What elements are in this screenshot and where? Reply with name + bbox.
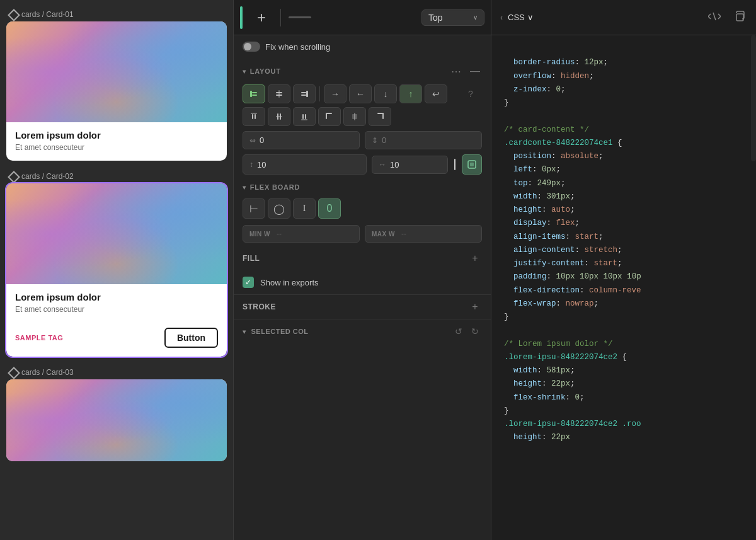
css-collapse-chevron[interactable]: ‹: [500, 13, 503, 22]
arrow-up-btn[interactable]: ↑: [399, 84, 422, 103]
top-toolbar: + Top ∨: [234, 0, 491, 35]
fix-scroll-toggle[interactable]: [243, 42, 260, 52]
help-btn[interactable]: ?: [459, 84, 482, 103]
card2-image: [6, 183, 227, 284]
svg-rect-0: [250, 91, 252, 97]
arrow-down-btn[interactable]: ↓: [374, 84, 397, 103]
css-code-view-btn[interactable]: [706, 9, 723, 26]
flex-stretch-btn[interactable]: ⊢: [243, 198, 265, 219]
max-w-field[interactable]: MAX W --: [365, 225, 482, 243]
active-indicator: [240, 6, 243, 29]
padding-v-field[interactable]: ↔ 10: [372, 156, 448, 174]
card3-preview[interactable]: [6, 379, 227, 461]
padding-h-field[interactable]: ↕ 10: [243, 154, 367, 175]
padding-v-input[interactable]: 10: [390, 160, 441, 169]
handle-br[interactable]: [224, 354, 227, 357]
align-mid-v-btn[interactable]: [268, 107, 290, 126]
position-dropdown[interactable]: Top ∨: [421, 9, 484, 26]
undo-redo-group: ↺ ↻: [452, 325, 482, 338]
fix-scroll-row: Fix when scrolling: [234, 35, 491, 58]
flex-oval-btn[interactable]: ◯: [268, 198, 290, 219]
card2-label: cards / Card-02: [6, 168, 227, 183]
svg-rect-14: [280, 113, 281, 120]
align-tr-btn[interactable]: [369, 107, 391, 126]
card2-preview[interactable]: Lorem ipsum dolor Et amet consecuteur SA…: [6, 183, 227, 357]
fill-add-btn[interactable]: +: [468, 251, 482, 265]
svg-rect-15: [301, 119, 307, 120]
svg-line-26: [713, 13, 716, 20]
show-exports-checkbox[interactable]: ✓: [243, 277, 254, 288]
css-editor-header: ‹ CSS ∨: [491, 0, 756, 35]
row1-divider: [319, 86, 320, 101]
align-left-btn[interactable]: [243, 84, 265, 103]
gap-input-row: ⇔ ⇕: [234, 129, 491, 152]
svg-rect-12: [276, 116, 282, 117]
layout-section-header: ▾ LAYOUT ⋯ —: [234, 58, 491, 83]
middle-panel: + Top ∨ Fix when scrolling ▾ LAYOUT ⋯ —: [233, 0, 491, 540]
svg-rect-6: [306, 91, 308, 97]
gap-y-input[interactable]: [382, 135, 475, 145]
chevron-down-icon: ∨: [473, 14, 478, 21]
card2-body: Lorem ipsum dolor Et amet consecuteur: [6, 284, 227, 323]
card1-preview[interactable]: Lorem ipsum dolor Et amet consecuteur: [6, 21, 227, 161]
svg-rect-10: [252, 114, 253, 119]
gap-x-field[interactable]: ⇔: [243, 131, 360, 149]
add-button[interactable]: +: [250, 6, 273, 29]
flex-text-btn[interactable]: I: [293, 198, 316, 219]
align-tl-btn[interactable]: [318, 107, 341, 126]
svg-rect-27: [736, 14, 743, 21]
selected-col-row: ▾ SELECTED COL ↺ ↻: [234, 319, 491, 343]
svg-rect-23: [377, 113, 384, 114]
svg-rect-7: [301, 92, 306, 93]
svg-rect-11: [255, 114, 256, 119]
min-w-field[interactable]: MIN W --: [243, 225, 360, 243]
card1-image: [6, 21, 227, 122]
align-right-btn[interactable]: [293, 84, 316, 103]
diamond-icon-2: [9, 172, 18, 181]
css-dropdown-btn[interactable]: CSS ∨: [508, 13, 534, 22]
css-copy-btn[interactable]: [731, 8, 747, 27]
card2-button[interactable]: Button: [164, 328, 218, 348]
right-panel: ‹ CSS ∨ border-radius: 12px; overflow: h…: [491, 0, 756, 540]
handle-bl[interactable]: [6, 354, 9, 357]
flex-collapse-arrow: ▾: [243, 184, 246, 191]
minus-icon: [289, 16, 311, 18]
flex-board-collapse-btn[interactable]: ▾ FLEX BOARD: [243, 183, 300, 191]
padding-h-input[interactable]: 10: [257, 160, 360, 169]
padding-v-icon: ↔: [379, 160, 386, 169]
align-center-h-btn[interactable]: [268, 84, 290, 103]
layout-more-btn[interactable]: ⋯: [449, 64, 463, 78]
layout-align-row1: → ← ↓ ↑ ↩ ?: [234, 83, 491, 106]
gap-x-icon: ⇔: [249, 136, 256, 145]
layout-align-row2: [234, 106, 491, 129]
svg-rect-8: [301, 95, 306, 96]
svg-rect-2: [252, 95, 257, 96]
align-tc-btn[interactable]: [343, 107, 366, 126]
align-top-btn[interactable]: [243, 107, 265, 126]
undo-btn[interactable]: ↺: [452, 325, 466, 338]
arrow-left-btn[interactable]: ←: [349, 84, 372, 103]
fill-section-row: FILL +: [234, 246, 491, 270]
stroke-add-btn[interactable]: +: [468, 300, 482, 314]
layout-close-btn[interactable]: —: [468, 64, 482, 78]
redo-btn[interactable]: ↻: [468, 325, 482, 338]
card3-label: cards / Card-03: [6, 364, 227, 379]
css-dropdown-chevron: ∨: [527, 13, 534, 22]
flex-zero-btn[interactable]: 0: [318, 198, 341, 219]
svg-rect-25: [470, 163, 474, 166]
diamond-icon-1: [9, 10, 18, 19]
svg-rect-9: [251, 113, 257, 114]
show-exports-row: ✓ Show in exports: [234, 270, 491, 294]
svg-rect-5: [276, 95, 282, 96]
wrap-btn[interactable]: ↩: [425, 84, 447, 103]
gap-y-field[interactable]: ⇕: [365, 131, 482, 149]
layout-collapse-btn[interactable]: ▾ LAYOUT: [243, 67, 281, 75]
svg-rect-16: [302, 114, 304, 119]
padding-action-btn[interactable]: [462, 154, 482, 175]
gap-x-input[interactable]: [260, 135, 353, 145]
padding-input-row: ↕ 10 ↔ 10: [234, 152, 491, 177]
align-bot-btn[interactable]: [293, 107, 316, 126]
svg-rect-4: [276, 92, 282, 93]
arrow-right-btn[interactable]: →: [324, 84, 346, 103]
svg-rect-3: [278, 90, 280, 98]
